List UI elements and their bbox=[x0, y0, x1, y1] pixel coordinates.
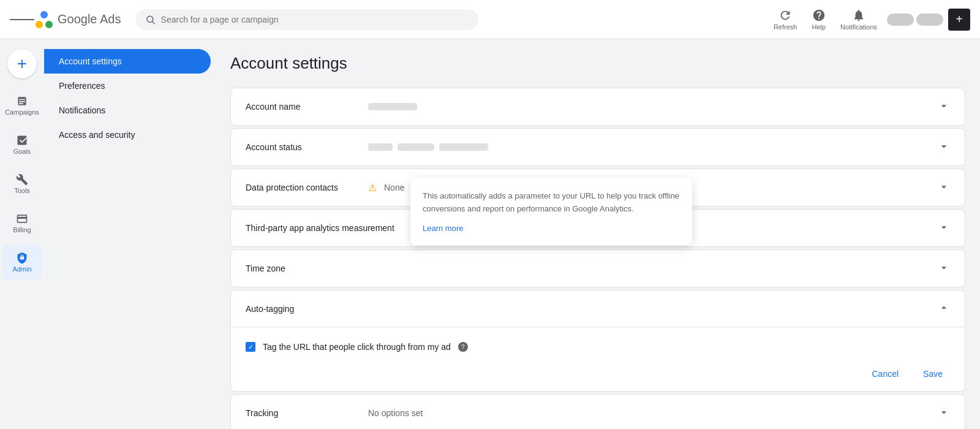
help-label: Help bbox=[812, 23, 826, 31]
account-status-label: Account status bbox=[246, 142, 368, 152]
auto-tagging-expanded: Tag the URL that people click through fr… bbox=[231, 327, 965, 357]
menu-icon[interactable] bbox=[10, 7, 34, 32]
tooltip-learn-more-link[interactable]: Learn more bbox=[423, 224, 463, 233]
account-name-section: Account name bbox=[230, 88, 965, 126]
auto-tagging-actions: Cancel Save bbox=[231, 357, 965, 391]
sidebar-item-campaigns[interactable]: Campaigns bbox=[2, 88, 42, 123]
tooltip-text: This automatically adds a parameter to y… bbox=[423, 190, 680, 216]
svg-point-0 bbox=[36, 21, 43, 28]
auto-tagging-row[interactable]: Auto-tagging bbox=[231, 290, 965, 327]
third-party-label: Third-party app analytics measurement bbox=[246, 223, 399, 233]
admin-label: Admin bbox=[12, 265, 31, 273]
logo-area: Google Ads bbox=[34, 10, 121, 29]
goals-icon bbox=[16, 134, 28, 146]
sidebar-item-tools[interactable]: Tools bbox=[2, 167, 42, 201]
google-ads-logo-icon bbox=[34, 10, 54, 29]
search-bar[interactable] bbox=[135, 9, 478, 30]
data-protection-none: None bbox=[384, 183, 404, 192]
notifications-nav-label: Notifications bbox=[840, 23, 877, 31]
account-status-chevron bbox=[938, 140, 950, 154]
time-zone-chevron bbox=[938, 262, 950, 276]
auto-tagging-checkbox-label: Tag the URL that people click through fr… bbox=[263, 342, 451, 352]
sidebar: + Campaigns Goals Tools Billing Admin bbox=[0, 39, 44, 429]
refresh-button[interactable]: Refresh bbox=[769, 6, 802, 33]
account-name-placeholder bbox=[368, 103, 417, 110]
third-party-chevron bbox=[938, 221, 950, 235]
status-placeholder-1 bbox=[368, 143, 393, 151]
tooltip-box: This automatically adds a parameter to y… bbox=[410, 178, 692, 245]
time-zone-label: Time zone bbox=[246, 264, 368, 273]
account-status-value bbox=[368, 143, 938, 151]
save-button[interactable]: Save bbox=[916, 364, 950, 384]
refresh-icon bbox=[778, 9, 792, 22]
auto-tagging-checkbox-row: Tag the URL that people click through fr… bbox=[246, 337, 950, 357]
account-name-row[interactable]: Account name bbox=[231, 88, 965, 125]
notifications-icon bbox=[852, 9, 865, 22]
avatar-plus-icon: + bbox=[956, 12, 963, 26]
svg-line-4 bbox=[153, 21, 155, 24]
tracking-value: No options set bbox=[368, 408, 938, 418]
account-status-row[interactable]: Account status bbox=[231, 129, 965, 165]
nav-item-access-security[interactable]: Access and security bbox=[44, 123, 211, 147]
account-name-value bbox=[368, 103, 938, 110]
data-protection-chevron bbox=[938, 181, 950, 195]
tracking-value-text: No options set bbox=[368, 408, 423, 418]
time-zone-row[interactable]: Time zone bbox=[231, 250, 965, 287]
page-title: Account settings bbox=[230, 54, 965, 73]
toggle-2[interactable] bbox=[916, 13, 943, 26]
account-name-chevron bbox=[938, 100, 950, 114]
avatar[interactable]: + bbox=[948, 9, 970, 31]
sidebar-item-admin[interactable]: Admin bbox=[2, 245, 42, 279]
notifications-button[interactable]: Notifications bbox=[835, 6, 882, 33]
billing-icon bbox=[16, 213, 28, 225]
tracking-chevron bbox=[938, 406, 950, 420]
status-placeholder-3 bbox=[439, 143, 488, 151]
nav-item-notifications[interactable]: Notifications bbox=[44, 98, 211, 123]
svg-point-3 bbox=[147, 16, 153, 22]
refresh-label: Refresh bbox=[774, 23, 797, 31]
campaigns-icon bbox=[16, 95, 28, 107]
sidebar-item-billing[interactable]: Billing bbox=[2, 206, 42, 240]
goals-label: Goals bbox=[13, 148, 31, 155]
nav-item-preferences[interactable]: Preferences bbox=[44, 74, 211, 98]
auto-tagging-info-icon[interactable]: ? bbox=[458, 342, 468, 352]
time-zone-section: Time zone bbox=[230, 249, 965, 287]
auto-tagging-chevron bbox=[938, 302, 950, 316]
auto-tagging-section: Auto-tagging Tag the URL that people cli… bbox=[230, 290, 965, 392]
sidebar-item-goals[interactable]: Goals bbox=[2, 127, 42, 162]
nav-item-account-settings[interactable]: Account settings bbox=[44, 49, 211, 74]
toggle-1[interactable] bbox=[887, 13, 914, 26]
nav-actions: Refresh Help Notifications + bbox=[769, 6, 970, 33]
tracking-row[interactable]: Tracking No options set bbox=[231, 395, 965, 429]
status-placeholder-2 bbox=[398, 143, 434, 151]
app-name-label: Google Ads bbox=[58, 12, 121, 26]
campaigns-label: Campaigns bbox=[5, 108, 39, 116]
account-status-section: Account status bbox=[230, 128, 965, 166]
tracking-section: Tracking No options set bbox=[230, 394, 965, 429]
data-protection-label: Data protection contacts bbox=[246, 183, 368, 192]
help-icon bbox=[812, 9, 826, 22]
account-name-label: Account name bbox=[246, 102, 368, 112]
toggle-group bbox=[887, 13, 943, 26]
warning-icon: ⚠ bbox=[368, 182, 377, 194]
search-icon bbox=[145, 14, 156, 25]
svg-point-1 bbox=[45, 21, 53, 28]
cancel-button[interactable]: Cancel bbox=[864, 364, 906, 384]
top-nav: Google Ads Refresh Help Notifications + bbox=[0, 0, 980, 39]
search-input[interactable] bbox=[161, 15, 469, 25]
create-button[interactable]: + bbox=[7, 49, 37, 78]
left-panel: Account settings Preferences Notificatio… bbox=[44, 39, 216, 429]
auto-tagging-label: Auto-tagging bbox=[246, 304, 368, 314]
billing-label: Billing bbox=[13, 226, 31, 233]
svg-point-2 bbox=[40, 11, 48, 18]
auto-tagging-checkbox[interactable] bbox=[246, 342, 255, 352]
tools-label: Tools bbox=[14, 187, 30, 194]
tracking-label: Tracking bbox=[246, 408, 368, 418]
help-button[interactable]: Help bbox=[807, 6, 831, 33]
admin-icon bbox=[16, 252, 28, 264]
tools-icon bbox=[16, 173, 28, 186]
